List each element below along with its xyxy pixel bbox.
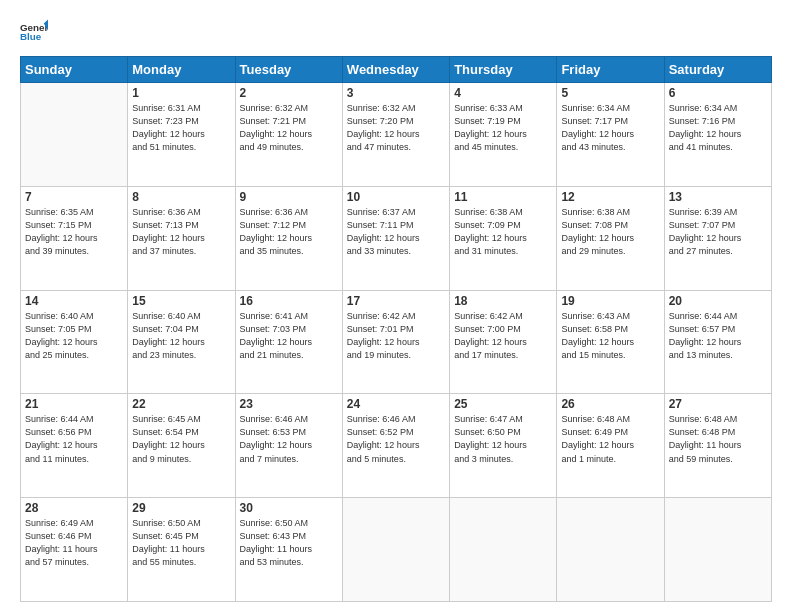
day-info: Sunrise: 6:45 AM Sunset: 6:54 PM Dayligh… (132, 413, 230, 465)
calendar-cell: 27Sunrise: 6:48 AM Sunset: 6:48 PM Dayli… (664, 394, 771, 498)
day-info: Sunrise: 6:50 AM Sunset: 6:43 PM Dayligh… (240, 517, 338, 569)
day-info: Sunrise: 6:34 AM Sunset: 7:16 PM Dayligh… (669, 102, 767, 154)
day-number: 19 (561, 294, 659, 308)
day-number: 26 (561, 397, 659, 411)
calendar-cell: 12Sunrise: 6:38 AM Sunset: 7:08 PM Dayli… (557, 186, 664, 290)
svg-text:Blue: Blue (20, 31, 42, 42)
day-info: Sunrise: 6:40 AM Sunset: 7:04 PM Dayligh… (132, 310, 230, 362)
day-number: 27 (669, 397, 767, 411)
calendar-cell: 14Sunrise: 6:40 AM Sunset: 7:05 PM Dayli… (21, 290, 128, 394)
page-header: General Blue (20, 18, 772, 46)
day-info: Sunrise: 6:49 AM Sunset: 6:46 PM Dayligh… (25, 517, 123, 569)
calendar-cell: 19Sunrise: 6:43 AM Sunset: 6:58 PM Dayli… (557, 290, 664, 394)
day-info: Sunrise: 6:32 AM Sunset: 7:21 PM Dayligh… (240, 102, 338, 154)
day-info: Sunrise: 6:34 AM Sunset: 7:17 PM Dayligh… (561, 102, 659, 154)
day-number: 16 (240, 294, 338, 308)
day-info: Sunrise: 6:32 AM Sunset: 7:20 PM Dayligh… (347, 102, 445, 154)
calendar-cell (450, 498, 557, 602)
calendar-cell: 15Sunrise: 6:40 AM Sunset: 7:04 PM Dayli… (128, 290, 235, 394)
calendar-cell: 8Sunrise: 6:36 AM Sunset: 7:13 PM Daylig… (128, 186, 235, 290)
calendar-cell: 9Sunrise: 6:36 AM Sunset: 7:12 PM Daylig… (235, 186, 342, 290)
day-number: 29 (132, 501, 230, 515)
day-info: Sunrise: 6:39 AM Sunset: 7:07 PM Dayligh… (669, 206, 767, 258)
day-number: 24 (347, 397, 445, 411)
calendar-cell: 20Sunrise: 6:44 AM Sunset: 6:57 PM Dayli… (664, 290, 771, 394)
day-number: 30 (240, 501, 338, 515)
calendar-cell (21, 83, 128, 187)
day-number: 25 (454, 397, 552, 411)
calendar-cell: 23Sunrise: 6:46 AM Sunset: 6:53 PM Dayli… (235, 394, 342, 498)
day-info: Sunrise: 6:43 AM Sunset: 6:58 PM Dayligh… (561, 310, 659, 362)
weekday-header-friday: Friday (557, 57, 664, 83)
day-info: Sunrise: 6:35 AM Sunset: 7:15 PM Dayligh… (25, 206, 123, 258)
day-number: 1 (132, 86, 230, 100)
day-number: 14 (25, 294, 123, 308)
day-number: 7 (25, 190, 123, 204)
day-number: 13 (669, 190, 767, 204)
weekday-header-wednesday: Wednesday (342, 57, 449, 83)
day-info: Sunrise: 6:38 AM Sunset: 7:08 PM Dayligh… (561, 206, 659, 258)
calendar-cell: 17Sunrise: 6:42 AM Sunset: 7:01 PM Dayli… (342, 290, 449, 394)
calendar-cell: 28Sunrise: 6:49 AM Sunset: 6:46 PM Dayli… (21, 498, 128, 602)
day-info: Sunrise: 6:46 AM Sunset: 6:53 PM Dayligh… (240, 413, 338, 465)
day-number: 15 (132, 294, 230, 308)
day-number: 5 (561, 86, 659, 100)
day-number: 4 (454, 86, 552, 100)
day-info: Sunrise: 6:44 AM Sunset: 6:57 PM Dayligh… (669, 310, 767, 362)
day-number: 18 (454, 294, 552, 308)
calendar-cell: 3Sunrise: 6:32 AM Sunset: 7:20 PM Daylig… (342, 83, 449, 187)
weekday-header-monday: Monday (128, 57, 235, 83)
day-number: 12 (561, 190, 659, 204)
day-info: Sunrise: 6:48 AM Sunset: 6:48 PM Dayligh… (669, 413, 767, 465)
calendar-cell: 16Sunrise: 6:41 AM Sunset: 7:03 PM Dayli… (235, 290, 342, 394)
day-info: Sunrise: 6:44 AM Sunset: 6:56 PM Dayligh… (25, 413, 123, 465)
day-number: 11 (454, 190, 552, 204)
day-number: 23 (240, 397, 338, 411)
calendar-cell: 5Sunrise: 6:34 AM Sunset: 7:17 PM Daylig… (557, 83, 664, 187)
calendar-cell: 13Sunrise: 6:39 AM Sunset: 7:07 PM Dayli… (664, 186, 771, 290)
week-row-3: 14Sunrise: 6:40 AM Sunset: 7:05 PM Dayli… (21, 290, 772, 394)
day-info: Sunrise: 6:48 AM Sunset: 6:49 PM Dayligh… (561, 413, 659, 465)
day-number: 28 (25, 501, 123, 515)
calendar-cell: 25Sunrise: 6:47 AM Sunset: 6:50 PM Dayli… (450, 394, 557, 498)
day-number: 8 (132, 190, 230, 204)
week-row-1: 1Sunrise: 6:31 AM Sunset: 7:23 PM Daylig… (21, 83, 772, 187)
calendar-cell: 11Sunrise: 6:38 AM Sunset: 7:09 PM Dayli… (450, 186, 557, 290)
day-info: Sunrise: 6:50 AM Sunset: 6:45 PM Dayligh… (132, 517, 230, 569)
calendar-cell: 22Sunrise: 6:45 AM Sunset: 6:54 PM Dayli… (128, 394, 235, 498)
calendar-cell (664, 498, 771, 602)
weekday-header-thursday: Thursday (450, 57, 557, 83)
day-number: 22 (132, 397, 230, 411)
calendar-cell: 10Sunrise: 6:37 AM Sunset: 7:11 PM Dayli… (342, 186, 449, 290)
week-row-4: 21Sunrise: 6:44 AM Sunset: 6:56 PM Dayli… (21, 394, 772, 498)
day-info: Sunrise: 6:41 AM Sunset: 7:03 PM Dayligh… (240, 310, 338, 362)
day-info: Sunrise: 6:42 AM Sunset: 7:01 PM Dayligh… (347, 310, 445, 362)
day-info: Sunrise: 6:40 AM Sunset: 7:05 PM Dayligh… (25, 310, 123, 362)
calendar-cell: 30Sunrise: 6:50 AM Sunset: 6:43 PM Dayli… (235, 498, 342, 602)
day-info: Sunrise: 6:31 AM Sunset: 7:23 PM Dayligh… (132, 102, 230, 154)
calendar-cell: 18Sunrise: 6:42 AM Sunset: 7:00 PM Dayli… (450, 290, 557, 394)
calendar-cell (342, 498, 449, 602)
calendar-cell (557, 498, 664, 602)
day-number: 6 (669, 86, 767, 100)
day-number: 21 (25, 397, 123, 411)
day-number: 10 (347, 190, 445, 204)
weekday-header-row: SundayMondayTuesdayWednesdayThursdayFrid… (21, 57, 772, 83)
logo: General Blue (20, 18, 48, 46)
weekday-header-sunday: Sunday (21, 57, 128, 83)
weekday-header-tuesday: Tuesday (235, 57, 342, 83)
calendar-table: SundayMondayTuesdayWednesdayThursdayFrid… (20, 56, 772, 602)
calendar-cell: 4Sunrise: 6:33 AM Sunset: 7:19 PM Daylig… (450, 83, 557, 187)
day-info: Sunrise: 6:33 AM Sunset: 7:19 PM Dayligh… (454, 102, 552, 154)
calendar-cell: 1Sunrise: 6:31 AM Sunset: 7:23 PM Daylig… (128, 83, 235, 187)
calendar-cell: 24Sunrise: 6:46 AM Sunset: 6:52 PM Dayli… (342, 394, 449, 498)
day-info: Sunrise: 6:47 AM Sunset: 6:50 PM Dayligh… (454, 413, 552, 465)
day-number: 9 (240, 190, 338, 204)
day-info: Sunrise: 6:36 AM Sunset: 7:13 PM Dayligh… (132, 206, 230, 258)
week-row-2: 7Sunrise: 6:35 AM Sunset: 7:15 PM Daylig… (21, 186, 772, 290)
calendar-cell: 21Sunrise: 6:44 AM Sunset: 6:56 PM Dayli… (21, 394, 128, 498)
calendar-cell: 2Sunrise: 6:32 AM Sunset: 7:21 PM Daylig… (235, 83, 342, 187)
day-info: Sunrise: 6:36 AM Sunset: 7:12 PM Dayligh… (240, 206, 338, 258)
calendar-cell: 26Sunrise: 6:48 AM Sunset: 6:49 PM Dayli… (557, 394, 664, 498)
day-info: Sunrise: 6:46 AM Sunset: 6:52 PM Dayligh… (347, 413, 445, 465)
